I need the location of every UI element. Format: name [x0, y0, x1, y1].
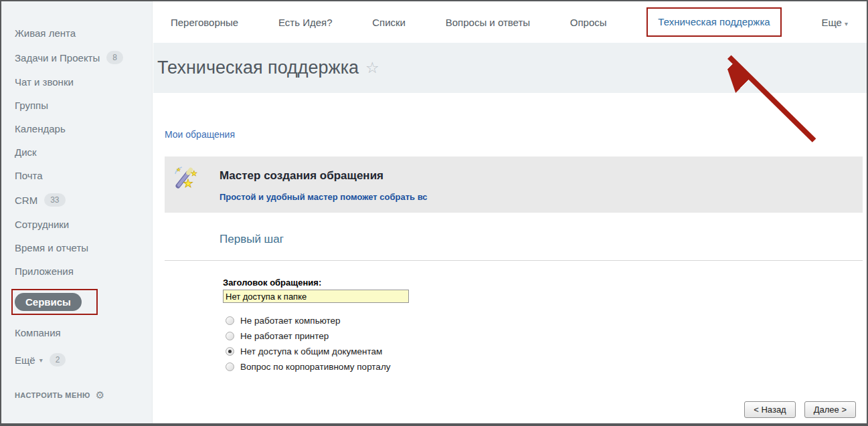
sidebar-item-label: Группы [15, 100, 48, 111]
sidebar-item-label: Календарь [15, 123, 66, 134]
sidebar-item-label: Задачи и Проекты [15, 52, 100, 64]
radio-option-label: Вопрос по корпоративному порталу [240, 362, 391, 372]
sidebar-item-employees[interactable]: Сотрудники [1, 213, 152, 236]
counter-badge: 2 [50, 353, 66, 366]
sidebar-item-live-feed[interactable]: Живая лента [1, 21, 152, 45]
star-glyph: ★ [191, 169, 197, 177]
sidebar-item-tasks[interactable]: Задачи и Проекты 8 [1, 45, 152, 70]
tab-meeting-rooms[interactable]: Переговорные [171, 17, 238, 28]
sidebar-item-mail[interactable]: Почта [1, 164, 152, 187]
sidebar-item-more[interactable]: Ещё ▾ 2 [1, 347, 152, 372]
wizard-header-box: ★ ★ ★ Мастер создания обращения Простой … [165, 156, 863, 213]
sidebar-item-crm[interactable]: CRM 33 [1, 187, 152, 213]
sidebar-item-label: Диск [15, 146, 37, 158]
gear-icon: ⚙ [96, 389, 105, 401]
sidebar-item-label: Сотрудники [15, 219, 69, 230]
tab-questions-answers[interactable]: Вопросы и ответы [446, 17, 530, 28]
sidebar-item-label: Почта [15, 170, 43, 181]
radio-option-portal-question[interactable]: Вопрос по корпоративному порталу [223, 361, 867, 372]
sidebar-item-label: Живая лента [15, 27, 76, 39]
radio-option-printer[interactable]: Не работает принтер [223, 330, 867, 342]
request-title-input[interactable] [223, 290, 409, 303]
nav-more-button[interactable]: Еще▾ [821, 17, 848, 28]
sidebar-item-applications[interactable]: Приложения [1, 259, 152, 283]
top-navigation: Переговорные Есть Идея? Списки Вопросы и… [153, 1, 867, 43]
tab-polls[interactable]: Опросы [570, 17, 607, 28]
counter-badge: 8 [106, 51, 123, 64]
step-title: Первый шаг [220, 233, 867, 246]
wizard-navigation-buttons: < Назад Далее > [744, 401, 856, 418]
sidebar-item-label: Чат и звонки [15, 76, 74, 88]
counter-badge: 33 [44, 193, 65, 207]
configure-menu-label: НАСТРОИТЬ МЕНЮ [15, 391, 90, 399]
back-button[interactable]: < Назад [744, 401, 795, 418]
star-glyph: ★ [183, 177, 193, 190]
services-annotation-box: Сервисы [11, 289, 98, 315]
request-title-label: Заголовок обращения: [223, 278, 867, 288]
wizard-title: Мастер создания обращения [220, 169, 428, 183]
wizard-form: Заголовок обращения: Не работает компьют… [223, 278, 867, 372]
wizard-header-text: Мастер создания обращения Простой и удоб… [220, 163, 428, 205]
issue-type-radio-group: Не работает компьютер Не работает принте… [223, 315, 867, 372]
favorite-star-icon[interactable]: ☆ [365, 59, 379, 77]
radio-option-label: Не работает компьютер [240, 316, 341, 326]
sidebar-item-groups[interactable]: Группы [1, 94, 152, 117]
sidebar-item-services[interactable]: Сервисы [1, 283, 152, 321]
sidebar-item-calendar[interactable]: Календарь [1, 117, 152, 140]
sidebar-item-chat[interactable]: Чат и звонки [1, 70, 152, 94]
radio-option-label: Не работает принтер [240, 331, 329, 341]
radio-icon-selected[interactable] [226, 347, 234, 356]
sidebar-item-label: Ещё [15, 354, 35, 366]
tech-support-annotation-box: Техническая поддержка [646, 7, 781, 37]
configure-menu-button[interactable]: НАСТРОИТЬ МЕНЮ ⚙ [1, 383, 152, 407]
chevron-down-icon: ▾ [845, 20, 848, 27]
sidebar-item-label: Сервисы [15, 293, 82, 311]
breadcrumb: Мои обращения [165, 129, 867, 140]
sidebar-item-time-reports[interactable]: Время и отчеты [1, 236, 152, 259]
magic-wand-icon: ★ ★ ★ [173, 165, 199, 192]
sidebar-item-label: Время и отчеты [15, 242, 88, 253]
sidebar-item-label: Приложения [15, 265, 74, 277]
tab-lists[interactable]: Списки [372, 17, 406, 28]
radio-option-computer[interactable]: Не работает компьютер [223, 315, 867, 326]
radio-icon[interactable] [226, 332, 234, 340]
wizard-subtitle: Простой и удобный мастер поможет собрать… [220, 192, 428, 202]
chevron-down-icon: ▾ [39, 356, 43, 364]
sidebar-item-drive[interactable]: Диск [1, 140, 152, 164]
nav-more-label: Еще [821, 17, 842, 28]
radio-icon[interactable] [226, 316, 234, 325]
star-glyph: ★ [177, 167, 181, 172]
main-content: Мои обращения ★ ★ ★ Мастер создания обра… [153, 93, 867, 423]
radio-option-shared-documents[interactable]: Нет доступа к общим документам [223, 346, 867, 357]
app-window: Живая лента Задачи и Проекты 8 Чат и зво… [0, 0, 868, 426]
radio-icon[interactable] [226, 362, 234, 371]
radio-option-label: Нет доступа к общим документам [240, 346, 382, 356]
page-title: Техническая поддержка [157, 58, 359, 78]
tab-tech-support[interactable]: Техническая поддержка [658, 16, 770, 27]
divider [165, 260, 863, 261]
sidebar: Живая лента Задачи и Проекты 8 Чат и зво… [1, 1, 153, 423]
sidebar-item-company[interactable]: Компания [1, 321, 152, 344]
sidebar-item-label: Компания [15, 327, 61, 338]
my-requests-link[interactable]: Мои обращения [165, 129, 235, 140]
sidebar-item-label: CRM [15, 195, 37, 206]
next-button[interactable]: Далее > [804, 401, 856, 418]
page-title-bar: Техническая поддержка ☆ [153, 43, 867, 93]
tab-idea[interactable]: Есть Идея? [278, 17, 333, 28]
